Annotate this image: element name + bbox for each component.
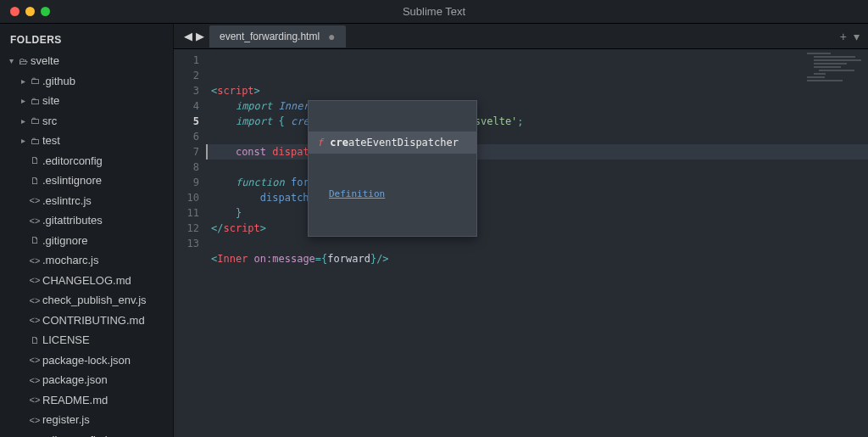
close-icon[interactable]	[10, 7, 19, 16]
file-tree: ▾🗁svelte▸🗀.github▸🗀site▸🗀src▸🗀test🗋.edit…	[5, 51, 168, 437]
titlebar: Sublime Text	[0, 0, 868, 24]
nav-forward-icon[interactable]: ▶	[196, 30, 204, 42]
sidebar-item[interactable]: ▸🗀.github	[5, 71, 168, 92]
sidebar-item[interactable]: <>package-lock.json	[5, 350, 168, 371]
code-editor[interactable]: <script> import Inner from './Inner.svel…	[206, 49, 868, 437]
folder-icon: 🗀	[27, 134, 42, 148]
code-line[interactable]: dispatch(	[206, 190, 868, 205]
code-line[interactable]: function forw	[206, 175, 868, 190]
sidebar-header: FOLDERS	[5, 32, 168, 51]
sidebar-item[interactable]: <>README.md	[5, 390, 168, 411]
line-number: 5	[174, 114, 199, 129]
line-number: 4	[174, 98, 199, 114]
folder-icon: 🗀	[27, 94, 42, 109]
autocomplete-label: createEventDispatcher	[330, 135, 459, 150]
line-number: 7	[174, 144, 199, 160]
sidebar-item-label: .gitattributes	[42, 212, 103, 229]
sidebar-item-label: README.md	[42, 392, 108, 409]
sidebar-item[interactable]: <>check_publish_env.js	[5, 290, 168, 311]
line-number: 11	[174, 205, 199, 221]
sidebar-item-label: .eslintrc.js	[42, 193, 92, 210]
maximize-icon[interactable]	[41, 7, 50, 16]
sidebar-item[interactable]: <>CONTRIBUTING.md	[5, 311, 168, 331]
new-tab-icon[interactable]: +	[840, 30, 847, 43]
sidebar-item[interactable]: <>rollup.config.js	[5, 430, 168, 438]
file-icon: 🗋	[27, 233, 42, 248]
minimap[interactable]	[807, 51, 866, 102]
code-line[interactable]	[206, 266, 868, 282]
code-line[interactable]	[206, 129, 868, 144]
code-line[interactable]: <script>	[206, 83, 868, 98]
disclosure-arrow-icon: ▾	[7, 54, 15, 67]
sidebar-item-label: test	[42, 132, 60, 149]
code-line[interactable]	[206, 236, 868, 251]
line-number: 2	[174, 68, 199, 83]
autocomplete-item[interactable]: f createEventDispatcher	[309, 132, 476, 154]
window-title: Sublime Text	[0, 5, 868, 18]
disclosure-arrow-icon: ▸	[19, 75, 27, 87]
sidebar-item[interactable]: 🗋.editorconfig	[5, 151, 168, 171]
sidebar-item[interactable]: ▸🗀site	[5, 91, 168, 111]
line-number: 9	[174, 175, 199, 190]
tab-dirty-icon: ●	[328, 30, 335, 43]
code-line[interactable]: import { createEventDispatcher } from 's…	[206, 114, 868, 129]
folder-icon: 🗁	[15, 54, 31, 69]
line-gutter: 12345678910111213	[174, 49, 206, 437]
file-icon: <>	[27, 353, 42, 367]
code-line[interactable]	[206, 160, 868, 175]
sidebar-item-label: svelte	[31, 53, 59, 70]
sidebar-item-label: .github	[42, 73, 75, 90]
code-line[interactable]: const dispatch = cre	[206, 144, 868, 160]
sidebar-item[interactable]: ▸🗀src	[5, 111, 168, 132]
file-icon: 🗋	[27, 333, 42, 348]
sidebar-item[interactable]: <>.gitattributes	[5, 210, 168, 231]
sidebar-item[interactable]: 🗋.gitignore	[5, 231, 168, 251]
file-icon: <>	[27, 393, 42, 407]
sidebar-item[interactable]: <>register.js	[5, 410, 168, 430]
sidebar-item-label: CHANGELOG.md	[42, 272, 131, 289]
sidebar-item-label: LICENSE	[42, 332, 90, 349]
disclosure-arrow-icon: ▸	[19, 134, 27, 147]
tab-dropdown-icon[interactable]: ▾	[854, 30, 860, 43]
sidebar-item-label: package-lock.json	[42, 352, 131, 369]
sidebar-item-label: check_publish_env.js	[42, 292, 147, 309]
nav-back-icon[interactable]: ◀	[184, 30, 192, 42]
window-controls	[0, 7, 50, 16]
sidebar-item[interactable]: <>.mocharc.js	[5, 250, 168, 271]
sidebar-item[interactable]: <>.eslintrc.js	[5, 191, 168, 211]
code-line[interactable]: import Inner from './Inner.svelte';	[206, 98, 868, 114]
file-icon: 🗋	[27, 174, 42, 188]
minimize-icon[interactable]	[25, 7, 35, 16]
line-number: 3	[174, 83, 199, 98]
tab-bar: ◀ ▶ event_forwarding.html ● + ▾	[174, 24, 868, 49]
folder-icon: 🗀	[27, 114, 42, 128]
code-line[interactable]: <Inner on:message={forward}/>	[206, 251, 868, 266]
code-line[interactable]: </script>	[206, 221, 868, 236]
sidebar-item[interactable]: <>package.json	[5, 370, 168, 390]
file-icon: <>	[27, 273, 42, 288]
folder-icon: 🗀	[27, 74, 42, 88]
sidebar-item[interactable]: 🗋LICENSE	[5, 330, 168, 350]
autocomplete-popup[interactable]: f createEventDispatcher Definition	[308, 100, 477, 237]
sidebar-item-label: CONTRIBUTING.md	[42, 312, 145, 329]
file-icon: <>	[27, 313, 42, 328]
sidebar-item-label: .eslintignore	[42, 172, 102, 189]
sidebar-item-label: .gitignore	[42, 233, 87, 249]
sidebar-item-label: .mocharc.js	[42, 252, 98, 269]
autocomplete-definition-link[interactable]: Definition	[309, 184, 476, 205]
code-line[interactable]: }	[206, 205, 868, 221]
line-number: 8	[174, 160, 199, 175]
sidebar-item[interactable]: ▾🗁svelte	[5, 51, 168, 71]
autocomplete-kind-icon: f	[317, 135, 323, 150]
line-number: 12	[174, 221, 199, 236]
line-number: 1	[174, 53, 199, 68]
sidebar-item[interactable]: <>CHANGELOG.md	[5, 271, 168, 291]
sidebar-item[interactable]: 🗋.eslintignore	[5, 171, 168, 191]
file-icon: <>	[27, 373, 42, 388]
tab-label: event_forwarding.html	[220, 31, 320, 42]
file-icon: <>	[27, 413, 42, 428]
sidebar-item[interactable]: ▸🗀test	[5, 131, 168, 151]
file-icon: <>	[27, 254, 42, 268]
tab-active[interactable]: event_forwarding.html ●	[209, 25, 346, 48]
disclosure-arrow-icon: ▸	[19, 115, 27, 127]
